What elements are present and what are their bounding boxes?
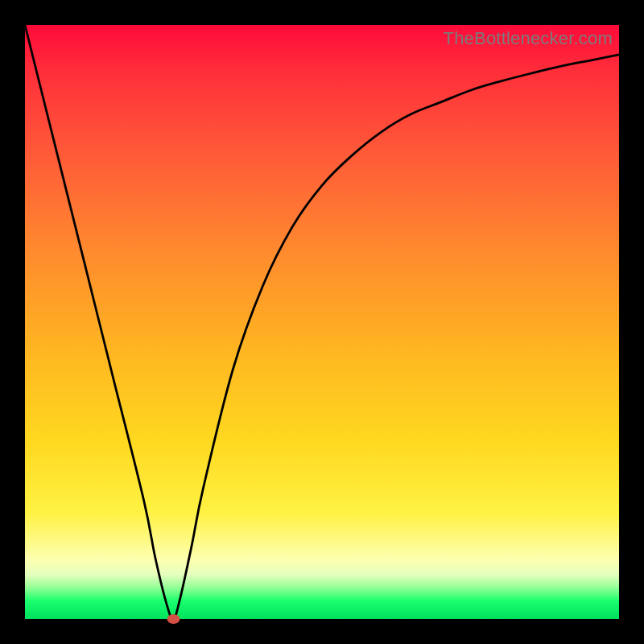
chart-frame: TheBottlenecker.com: [0, 0, 644, 644]
bottleneck-curve: [25, 25, 619, 619]
optimum-marker: [167, 614, 180, 624]
curve-path: [25, 25, 619, 619]
plot-area: TheBottlenecker.com: [25, 25, 619, 619]
